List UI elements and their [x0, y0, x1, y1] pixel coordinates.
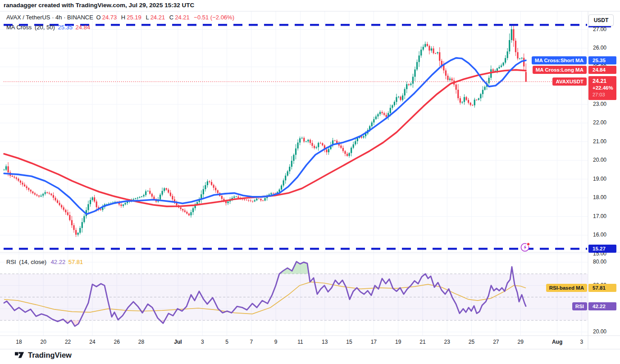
rsi-ma-axis-value: 57.81 — [588, 284, 616, 292]
time-tick-label: 28 — [138, 339, 144, 345]
time-tick-label: 21 — [419, 339, 425, 345]
tradingview-chart-window: ranadagger created with TradingView.com,… — [0, 0, 620, 364]
open-value: 24.73 — [102, 14, 117, 21]
ma-cross-title[interactable]: MA Cross — [6, 24, 32, 31]
tradingview-mark-icon — [15, 350, 25, 360]
high-value: 25.19 — [127, 14, 141, 21]
long-ma-axis-value: 24.84 — [588, 66, 616, 74]
time-tick-label: Aug — [552, 339, 562, 345]
time-tick-label: 5 — [225, 339, 228, 345]
rsi-ma-tag[interactable]: RSI-based MA — [546, 284, 587, 292]
time-tick-label: Jul — [174, 339, 182, 345]
open-label: O24.73 — [96, 14, 119, 21]
symbol-legend-row[interactable]: AVAX / TetherUS · 4h · BINANCE O24.73 H2… — [6, 14, 236, 21]
time-tick-label: 23 — [444, 339, 450, 345]
rsi-title[interactable]: RSI (14, close) — [6, 259, 48, 265]
time-tick-label: 20 — [41, 339, 46, 345]
price-tick-label: 23.00 — [593, 101, 606, 107]
chart-canvas[interactable] — [0, 0, 620, 364]
short-ma-price-tag[interactable]: MA Cross:Short MA — [532, 56, 587, 64]
price-tick-label: 16.00 — [593, 232, 606, 238]
symbol-price-tag[interactable]: AVAXUSDT — [552, 77, 587, 86]
rsi-legend-row[interactable]: RSI (14, close) 42.22 57.81 — [6, 259, 84, 265]
rsi-tick-label: 20.00 — [593, 328, 606, 335]
low-value: 24.21 — [150, 14, 165, 21]
time-tick-label: 25 — [469, 339, 474, 345]
rsi-ma-value: 57.81 — [68, 259, 83, 265]
price-tick-label: 21.00 — [593, 138, 606, 145]
alert-icon[interactable] — [519, 241, 532, 255]
support-line-axis-value: 15.27 — [588, 245, 616, 253]
time-tick-label: 7 — [250, 339, 253, 345]
time-tick-label: 15 — [346, 339, 352, 345]
time-tick-label: 9 — [274, 339, 278, 345]
high-label: H25.19 — [121, 14, 143, 21]
bar-countdown: 27:03 — [593, 91, 616, 98]
close-label: C24.21 — [169, 14, 191, 21]
time-tick-label: 18 — [16, 339, 22, 345]
last-price-axis-value: 24.21 +22.46% 27:03 — [588, 76, 616, 100]
change-percent: +22.46% — [593, 85, 616, 91]
rsi-tag[interactable]: RSI — [572, 302, 587, 310]
ma-cross-long-value: 24.84 — [76, 24, 91, 31]
price-tick-label: 19.00 — [593, 176, 606, 182]
rsi-value: 42.22 — [51, 259, 66, 265]
time-tick-label: 3 — [580, 339, 584, 345]
low-label: L24.21 — [146, 14, 166, 21]
time-tick-label: 22 — [65, 339, 71, 345]
attribution-text: ranadagger created with TradingView.com,… — [4, 2, 194, 9]
ma-cross-legend-row[interactable]: MA Cross (20, 50) 25.35 24.84 — [6, 24, 91, 31]
price-tick-label: 17.00 — [593, 213, 606, 219]
price-tick-label: 18.00 — [593, 194, 606, 200]
ma-cross-short-value: 25.35 — [58, 24, 73, 31]
time-tick-label: 26 — [114, 339, 120, 345]
time-tick-label: 13 — [322, 339, 328, 345]
ma-cross-params: (20, 50) — [35, 24, 55, 31]
time-tick-label: 19 — [395, 339, 401, 345]
price-tick-label: 20.00 — [593, 157, 606, 163]
symbol-title[interactable]: AVAX / TetherUS · 4h · BINANCE — [6, 14, 93, 21]
rsi-axis-value: 42.22 — [588, 302, 616, 310]
currency-unit-button[interactable]: USDT — [588, 14, 614, 26]
tradingview-logo-text: TradingView — [28, 351, 72, 359]
last-price: 24.21 — [593, 78, 606, 84]
price-tick-label: 27.00 — [593, 26, 606, 32]
time-tick-label: 24 — [89, 339, 95, 345]
time-tick-label: 11 — [297, 339, 303, 345]
short-ma-axis-value: 25.35 — [588, 56, 616, 64]
long-ma-price-tag[interactable]: MA Cross:Long MA — [533, 66, 587, 74]
time-tick-label: 3 — [201, 339, 204, 345]
price-tick-label: 22.00 — [593, 119, 606, 126]
time-tick-label: 27 — [493, 339, 499, 345]
tradingview-logo[interactable]: TradingView — [15, 350, 72, 360]
close-value: 24.21 — [175, 14, 190, 21]
time-tick-label: 17 — [371, 339, 377, 345]
price-tick-label: 26.00 — [593, 45, 606, 51]
time-tick-label: 29 — [517, 339, 523, 345]
rsi-tick-label: 80.00 — [593, 259, 606, 265]
change-value: −0.51 (−2.06%) — [194, 14, 234, 21]
